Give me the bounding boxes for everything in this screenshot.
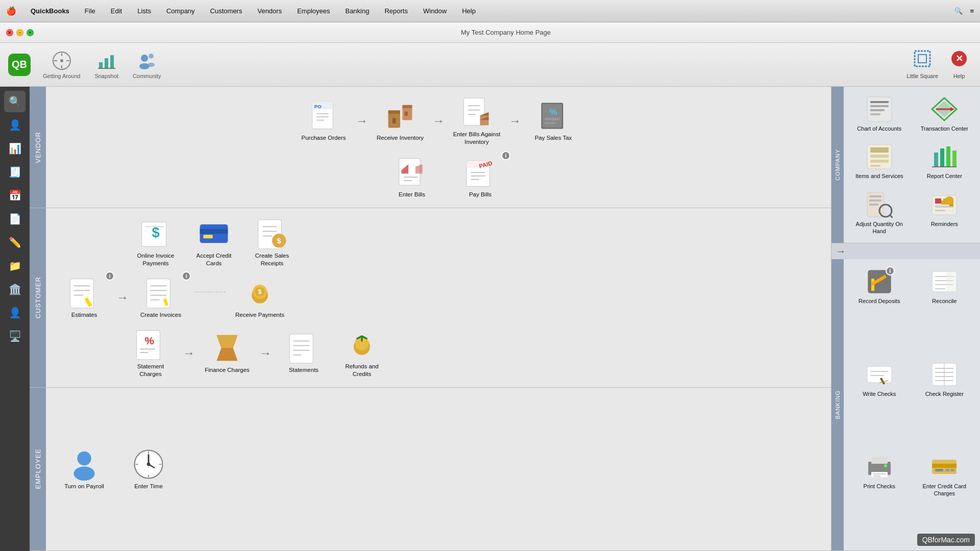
- svg-point-1: [60, 59, 63, 62]
- menu-lists[interactable]: Lists: [134, 6, 154, 16]
- menu-banking[interactable]: Banking: [342, 6, 372, 16]
- reconcile-item[interactable]: Reconcile: [914, 264, 975, 353]
- finance-charges-label: Finance Charges: [205, 366, 250, 374]
- menu-file[interactable]: File: [82, 6, 99, 16]
- report-center-item[interactable]: Report Center: [914, 139, 975, 183]
- enter-credit-card-charges-item[interactable]: Enter Credit Card Charges: [914, 449, 975, 545]
- chart-of-accounts-item[interactable]: Chart of Accounts: [849, 92, 910, 135]
- customer-content: $ Online Invoice Payments: [46, 208, 831, 387]
- menu-quickbooks[interactable]: QuickBooks: [28, 6, 72, 16]
- banking-right-label: Banking: [835, 390, 841, 419]
- record-deposits-item[interactable]: i Record Deposits: [849, 264, 910, 353]
- reconcile-icon: [930, 267, 959, 296]
- arrow-fc-st: →: [257, 346, 274, 360]
- menu-edit[interactable]: Edit: [108, 6, 125, 16]
- receive-payments-icon: $: [243, 277, 276, 309]
- create-invoices-item[interactable]: i Create: [133, 273, 189, 322]
- sidebar-item-pen[interactable]: ✏️: [4, 232, 26, 253]
- enter-bills-label: Enter Bills: [399, 191, 425, 198]
- receive-payments-item[interactable]: $ Receive Payments: [232, 273, 288, 322]
- sidebar-item-monitor[interactable]: 🖥️: [4, 325, 26, 347]
- enter-bills-icon: [396, 156, 428, 189]
- svg-point-11: [149, 54, 154, 59]
- menu-company[interactable]: Company: [163, 6, 198, 16]
- window-controls-icon[interactable]: ≡: [970, 7, 974, 15]
- search-icon[interactable]: 🔍: [954, 7, 963, 15]
- customer-label: Customer: [34, 277, 42, 318]
- customer-section: Customer $ On: [30, 208, 831, 388]
- enter-bills-inventory-label: Enter Bills Against Inventory: [452, 131, 502, 146]
- sidebar-item-transactions[interactable]: 🧾: [4, 161, 26, 183]
- svg-marker-85: [216, 335, 237, 348]
- sidebar-item-building[interactable]: 🏛️: [4, 279, 26, 300]
- minimize-button[interactable]: −: [16, 29, 23, 36]
- refunds-credits-item[interactable]: Refunds and Credits: [334, 325, 390, 381]
- menu-help[interactable]: Help: [459, 6, 479, 16]
- svg-rect-25: [388, 111, 400, 114]
- company-right-section: Company: [831, 87, 980, 243]
- svg-point-93: [77, 452, 91, 465]
- content-area: Vendor PO: [30, 87, 980, 551]
- estimates-item[interactable]: i Estima: [56, 273, 112, 322]
- enter-bills-inventory-item[interactable]: Enter Bills Against Inventory: [449, 93, 505, 149]
- statements-item[interactable]: Statements: [276, 329, 332, 377]
- transaction-center-item[interactable]: Transaction Center: [914, 92, 975, 135]
- online-invoice-payments-item[interactable]: $ Online Invoice Payments: [128, 214, 184, 270]
- print-checks-item[interactable]: Print Checks: [849, 449, 910, 545]
- sidebar-item-person[interactable]: 👤: [4, 302, 26, 323]
- svg-rect-15: [918, 55, 926, 63]
- statement-charges-item[interactable]: % Statement Charges: [122, 325, 179, 381]
- menu-customers[interactable]: Customers: [207, 6, 246, 16]
- sidebar-item-reports[interactable]: 📊: [4, 138, 26, 159]
- purchase-orders-item[interactable]: PO Purchase Orders: [296, 96, 352, 145]
- enter-time-label: Enter Time: [134, 483, 163, 490]
- adjust-quantity-on-hand-item[interactable]: Adjust Quantity On Hand: [849, 187, 910, 238]
- workflow-area: Vendor PO: [30, 87, 831, 551]
- check-register-item[interactable]: Check Register: [914, 357, 975, 446]
- write-checks-item[interactable]: Write Checks: [849, 357, 910, 446]
- sidebar-item-docs[interactable]: 📄: [4, 208, 26, 230]
- window-chrome: ✕ − + My Test Company Home Page: [0, 22, 980, 43]
- svg-rect-118: [940, 148, 944, 167]
- items-and-services-label: Items and Services: [855, 172, 903, 180]
- close-button[interactable]: ✕: [6, 29, 13, 36]
- maximize-button[interactable]: +: [27, 29, 34, 36]
- items-and-services-item[interactable]: Items and Services: [849, 139, 910, 183]
- getting-around-button[interactable]: Getting Around: [37, 47, 86, 82]
- employee-content: Turn on Payroll: [46, 388, 831, 551]
- main-layout: 🔍 👤 📊 🧾 📅 📄 ✏️ 📁 🏛️ 👤 🖥️ Vendor: [0, 87, 980, 551]
- receive-inventory-label: Receive Inventory: [377, 134, 424, 142]
- sidebar-item-calendar[interactable]: 📅: [4, 185, 26, 206]
- pay-sales-tax-icon: %: [537, 99, 570, 132]
- snapshot-button[interactable]: Snapshot: [88, 47, 124, 82]
- sidebar-item-search[interactable]: 🔍: [4, 91, 26, 112]
- reminders-item[interactable]: Reminders: [914, 187, 975, 238]
- apple-menu[interactable]: 🍎: [6, 6, 16, 16]
- finance-charges-item[interactable]: Finance Charges: [199, 329, 255, 377]
- menubar-right: 🔍 ≡: [954, 7, 974, 15]
- enter-time-item[interactable]: Enter Time: [120, 445, 177, 493]
- enter-bills-item[interactable]: Enter Bills: [384, 153, 440, 202]
- customer-label-container: Customer: [30, 208, 46, 387]
- vendor-content: PO Purchase Orders →: [46, 87, 831, 208]
- menu-window[interactable]: Window: [420, 6, 450, 16]
- pay-bills-item[interactable]: i PAID Pa: [452, 153, 508, 202]
- svg-rect-143: [946, 271, 957, 292]
- little-square-button[interactable]: Little Square: [902, 48, 942, 81]
- menu-employees[interactable]: Employees: [294, 6, 333, 16]
- accept-credit-cards-item[interactable]: Accept Credit Cards: [186, 214, 242, 270]
- sidebar-item-people[interactable]: 👤: [4, 114, 26, 136]
- online-invoice-payments-icon: $: [139, 217, 172, 250]
- help-button[interactable]: ✕ Help: [946, 48, 972, 81]
- community-button[interactable]: Community: [127, 47, 167, 82]
- vendor-label: Vendor: [34, 132, 42, 163]
- turn-on-payroll-item[interactable]: Turn on Payroll: [56, 445, 112, 493]
- sidebar-item-folder[interactable]: 📁: [4, 255, 26, 277]
- menu-vendors[interactable]: Vendors: [254, 6, 285, 16]
- vendor-section: Vendor PO: [30, 87, 831, 208]
- create-sales-receipts-item[interactable]: $ Create Sales Receipts: [244, 214, 300, 270]
- receive-inventory-item[interactable]: Receive Inventory: [372, 96, 428, 145]
- menu-reports[interactable]: Reports: [381, 6, 411, 16]
- community-label: Community: [133, 73, 161, 79]
- pay-sales-tax-item[interactable]: % Pay Sales Tax: [525, 96, 581, 145]
